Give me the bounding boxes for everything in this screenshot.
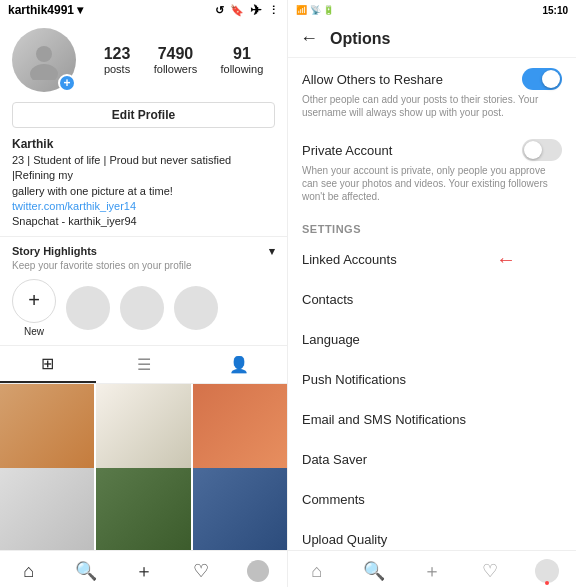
nav-heart-right[interactable]: ♡	[461, 559, 519, 583]
tab-tagged[interactable]: 👤	[191, 346, 287, 383]
profile-header: + 123 posts 7490 followers 91 following	[0, 20, 287, 96]
comments-label: Comments	[302, 492, 365, 507]
status-icons-right: 📶 📡 🔋	[296, 5, 334, 15]
bio-snapchat: Snapchat - karthik_iyer94	[12, 214, 275, 229]
profile-nav-avatar	[535, 559, 559, 583]
highlights-subtitle: Keep your favorite stories on your profi…	[12, 260, 275, 271]
right-panel: 📶 📡 🔋 15:10 ← Options Allow Others to Re…	[288, 0, 576, 587]
dropdown-icon[interactable]: ▾	[77, 3, 83, 17]
option-email-sms[interactable]: Email and SMS Notifications	[288, 399, 576, 439]
nav-heart[interactable]: ♡	[172, 559, 229, 583]
options-title: Options	[330, 30, 390, 48]
options-header: ← Options	[288, 20, 576, 58]
photo-4[interactable]	[0, 468, 94, 550]
highlight-item-1[interactable]	[66, 286, 110, 330]
option-private-account: Private Account When your account is pri…	[288, 129, 576, 213]
nav-home[interactable]: ⌂	[0, 559, 57, 583]
highlights-circles: + New	[12, 279, 275, 337]
username-text: karthik4991	[8, 3, 74, 17]
stat-posts: 123 posts	[104, 45, 131, 75]
menu-icon[interactable]: ⋮	[268, 4, 279, 17]
header-icons: ↺ 🔖 ✈ ⋮	[215, 2, 279, 18]
option-language[interactable]: Language	[288, 319, 576, 359]
stat-following: 91 following	[221, 45, 264, 75]
option-comments[interactable]: Comments	[288, 479, 576, 519]
nav-profile-left[interactable]	[230, 559, 287, 583]
tab-list[interactable]: ☰	[96, 346, 192, 383]
new-circle-icon: +	[12, 279, 56, 323]
allow-reshare-toggle[interactable]	[522, 68, 562, 90]
photo-2[interactable]	[96, 384, 190, 478]
grid-tabs: ⊞ ☰ 👤	[0, 345, 287, 384]
nav-search[interactable]: 🔍	[57, 559, 114, 583]
selected-dot	[545, 581, 549, 585]
svg-point-1	[30, 64, 58, 80]
option-linked-accounts[interactable]: Linked Accounts ←	[288, 239, 576, 279]
highlight-item-2[interactable]	[120, 286, 164, 330]
bottom-nav-right: ⌂ 🔍 ＋ ♡	[288, 550, 576, 587]
nav-profile-right[interactable]	[518, 559, 576, 583]
new-label: New	[24, 326, 44, 337]
highlights-section: Story Highlights ▾ Keep your favorite st…	[0, 236, 287, 341]
refresh-icon[interactable]: ↺	[215, 4, 224, 17]
send-icon[interactable]: ✈	[250, 2, 262, 18]
highlight-item-3[interactable]	[174, 286, 218, 330]
option-upload-quality[interactable]: Upload Quality	[288, 519, 576, 550]
bio-twitter[interactable]: twitter.com/karthik_iyer14	[12, 199, 275, 214]
private-account-desc: When your account is private, only peopl…	[302, 164, 562, 203]
stats-area: 123 posts 7490 followers 91 following	[92, 45, 275, 75]
option-push-notifications[interactable]: Push Notifications	[288, 359, 576, 399]
nav-search-right[interactable]: 🔍	[346, 559, 404, 583]
contacts-label: Contacts	[302, 292, 353, 307]
bio-line2: gallery with one picture at a time!	[12, 184, 275, 199]
status-bar-left: karthik4991 ▾ ↺ 🔖 ✈ ⋮	[0, 0, 287, 20]
tab-grid[interactable]: ⊞	[0, 346, 96, 383]
back-button[interactable]: ←	[300, 28, 318, 49]
avatar-add-button[interactable]: +	[58, 74, 76, 92]
followers-label: followers	[154, 63, 197, 75]
highlights-title: Story Highlights	[12, 245, 97, 257]
private-account-toggle[interactable]	[522, 139, 562, 161]
following-count: 91	[233, 45, 251, 63]
status-bar-right: 📶 📡 🔋 15:10	[288, 0, 576, 20]
bio-line1: 23 | Student of life | Proud but never s…	[12, 153, 275, 184]
followers-count: 7490	[158, 45, 194, 63]
option-allow-reshare: Allow Others to Reshare Other people can…	[288, 58, 576, 129]
highlights-chevron[interactable]: ▾	[269, 245, 275, 258]
highlight-new[interactable]: + New	[12, 279, 56, 337]
push-notifications-label: Push Notifications	[302, 372, 406, 387]
photo-grid	[0, 384, 287, 550]
left-panel: karthik4991 ▾ ↺ 🔖 ✈ ⋮ + 123 posts	[0, 0, 288, 587]
edit-profile-button[interactable]: Edit Profile	[12, 102, 275, 128]
time-right: 15:10	[542, 5, 568, 16]
photo-6[interactable]	[193, 468, 287, 550]
allow-reshare-desc: Other people can add your posts to their…	[302, 93, 562, 119]
allow-reshare-label: Allow Others to Reshare	[302, 72, 443, 87]
private-account-label: Private Account	[302, 143, 392, 158]
bookmark-icon[interactable]: 🔖	[230, 4, 244, 17]
username-header[interactable]: karthik4991 ▾	[8, 3, 83, 17]
photo-5[interactable]	[96, 468, 190, 550]
stat-followers: 7490 followers	[154, 45, 197, 75]
following-label: following	[221, 63, 264, 75]
nav-add[interactable]: ＋	[115, 559, 172, 583]
settings-section-header: SETTINGS	[288, 213, 576, 239]
bio-area: Karthik 23 | Student of life | Proud but…	[0, 134, 287, 236]
language-label: Language	[302, 332, 360, 347]
nav-home-right[interactable]: ⌂	[288, 559, 346, 583]
posts-count: 123	[104, 45, 131, 63]
photo-1[interactable]	[0, 384, 94, 478]
photo-3[interactable]	[193, 384, 287, 478]
data-saver-label: Data Saver	[302, 452, 367, 467]
option-contacts[interactable]: Contacts	[288, 279, 576, 319]
avatar-wrap: +	[12, 28, 76, 92]
nav-add-right[interactable]: ＋	[403, 559, 461, 583]
bio-name: Karthik	[12, 136, 275, 153]
highlights-header: Story Highlights ▾	[12, 245, 275, 258]
options-list: Allow Others to Reshare Other people can…	[288, 58, 576, 550]
option-data-saver[interactable]: Data Saver	[288, 439, 576, 479]
avatar-silhouette	[24, 40, 64, 80]
upload-quality-label: Upload Quality	[302, 532, 387, 547]
bottom-nav-left: ⌂ 🔍 ＋ ♡	[0, 550, 287, 587]
linked-accounts-label: Linked Accounts	[302, 252, 397, 267]
